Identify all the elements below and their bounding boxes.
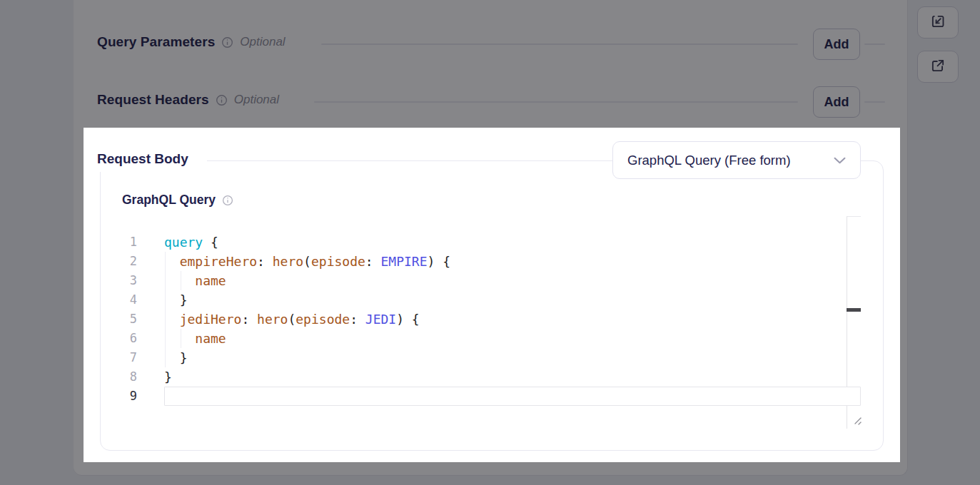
divider [864, 44, 885, 45]
code-line[interactable]: empireHero: hero(episode: EMPIRE) { [164, 252, 861, 271]
info-icon [221, 36, 233, 48]
query-parameters-row: Query Parameters Optional [97, 34, 286, 51]
code-line[interactable]: } [164, 348, 861, 367]
code-line[interactable]: name [164, 271, 861, 290]
editor-resize-grip[interactable] [852, 415, 862, 429]
external-link-icon [930, 58, 946, 76]
query-parameters-title: Query Parameters [97, 34, 215, 50]
graphql-query-code-editor[interactable]: query { empireHero: hero(episode: EMPIRE… [164, 233, 861, 406]
code-line[interactable] [164, 387, 861, 406]
code-line[interactable]: jediHero: hero(episode: JEDI) { [164, 310, 861, 329]
line-number: 5 [113, 310, 137, 329]
code-line[interactable]: } [164, 367, 861, 387]
editor-scrollbar-thumb[interactable] [847, 308, 861, 312]
chevron-down-icon [834, 154, 846, 167]
info-icon [216, 94, 228, 106]
line-number: 7 [113, 348, 137, 367]
code-line[interactable]: name [164, 329, 861, 348]
query-parameters-optional-label: Optional [240, 35, 285, 49]
line-number: 4 [113, 290, 137, 310]
edit-in-box-icon [930, 14, 946, 31]
body-type-select[interactable]: GraphQL Query (Free form) [612, 141, 861, 179]
divider [314, 101, 798, 103]
line-number: 6 [113, 329, 137, 348]
request-headers-optional-label: Optional [234, 93, 279, 107]
line-number: 9 [113, 387, 137, 406]
info-icon [222, 195, 233, 206]
code-line[interactable]: } [164, 290, 861, 310]
open-external-button[interactable] [917, 51, 959, 83]
edit-in-box-button[interactable] [917, 6, 959, 39]
request-headers-row: Request Headers Optional [97, 91, 279, 108]
line-number: 2 [113, 252, 137, 271]
line-number: 3 [113, 271, 137, 290]
request-headers-title: Request Headers [97, 92, 209, 108]
request-headers-add-button[interactable]: Add [813, 86, 860, 118]
code-line[interactable]: query { [164, 233, 861, 252]
divider [321, 44, 798, 45]
line-number: 8 [113, 367, 137, 387]
code-editor-gutter: 123456789 [113, 233, 137, 406]
query-parameters-add-button[interactable]: Add [813, 29, 860, 60]
graphql-query-label-row: GraphQL Query [122, 193, 233, 208]
graphql-query-label: GraphQL Query [122, 193, 216, 208]
line-number: 1 [113, 233, 137, 252]
divider [864, 101, 885, 103]
body-type-select-value: GraphQL Query (Free form) [627, 153, 791, 168]
request-body-title: Request Body [84, 146, 207, 172]
